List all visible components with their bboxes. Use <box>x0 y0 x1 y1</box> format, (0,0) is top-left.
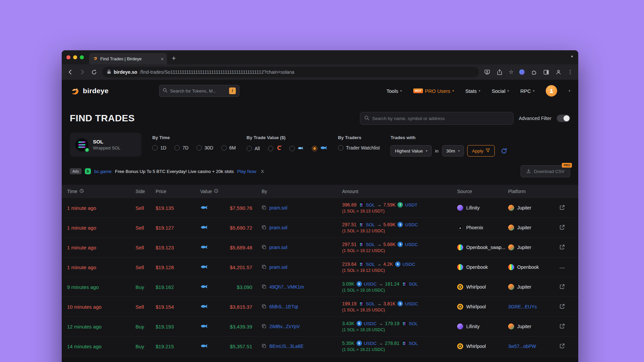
external-link-icon[interactable] <box>559 323 565 330</box>
advanced-filter-toggle[interactable] <box>557 115 570 122</box>
copy-icon[interactable] <box>262 284 266 290</box>
extension-avatar-icon[interactable] <box>519 69 525 75</box>
to-symbol[interactable]: SOL <box>409 341 418 346</box>
to-symbol[interactable]: USDT <box>405 202 417 207</box>
nav-tools[interactable]: Tools▾ <box>386 88 402 94</box>
browser-profile-icon[interactable] <box>555 69 562 75</box>
trade-actions: — <box>551 264 573 270</box>
from-symbol[interactable]: USDC <box>364 341 377 346</box>
trade-actions <box>551 244 573 251</box>
from-symbol[interactable]: USDC <box>364 282 377 287</box>
to-symbol[interactable]: SOL <box>409 282 418 287</box>
external-link-icon[interactable] <box>559 343 565 350</box>
apply-button[interactable]: Apply <box>467 145 495 157</box>
trader-address-link[interactable]: BEmUS...3La6E <box>269 344 304 349</box>
refresh-icon[interactable] <box>501 148 507 154</box>
from-symbol[interactable]: USDC <box>364 321 377 326</box>
external-link-icon[interactable] <box>559 284 565 290</box>
radio-6m[interactable]: 6M <box>221 145 236 150</box>
from-symbol[interactable]: SOL <box>366 301 375 306</box>
token-search-input[interactable]: Search for Tokens, M... / <box>159 85 239 97</box>
trader-address-link[interactable]: 2iMBv...ZxYpV <box>269 324 300 329</box>
url-path: /find-trades/So1111111111111111111111111… <box>140 69 294 75</box>
selected-token-card[interactable]: ✓ SOL Wrapped SOL <box>70 133 142 157</box>
copy-icon[interactable] <box>262 205 266 211</box>
extensions-puzzle-icon[interactable] <box>530 69 537 75</box>
maximize-window-button[interactable] <box>80 55 84 59</box>
to-symbol[interactable]: USDC <box>402 262 415 267</box>
minimize-window-button[interactable] <box>73 55 77 59</box>
from-symbol[interactable]: SOL <box>366 242 375 247</box>
ad-close-icon[interactable]: X <box>261 169 264 174</box>
to-symbol[interactable]: SOL <box>409 321 418 326</box>
copy-icon[interactable] <box>262 344 266 349</box>
platform-address-link[interactable]: 3GRE...EUYs <box>508 304 537 309</box>
external-link-icon[interactable] <box>559 244 565 251</box>
external-link-icon[interactable] <box>559 225 565 231</box>
col-time[interactable]: Time <box>67 189 136 194</box>
nav-rpc[interactable]: RPC▾ <box>520 88 534 94</box>
tab-close-icon[interactable]: × <box>161 56 164 61</box>
usdc-token-icon: $ <box>397 222 403 227</box>
trade-rate: (1 SOL = 19.12 USDC) <box>342 229 457 233</box>
forward-icon[interactable] <box>79 69 86 75</box>
advertiser-link[interactable]: bc.game <box>94 169 112 174</box>
reload-icon[interactable] <box>91 69 97 75</box>
to-symbol[interactable]: USDC <box>405 222 418 227</box>
radio-dolphin[interactable] <box>289 146 304 151</box>
copy-icon[interactable] <box>262 264 266 270</box>
radio-30d[interactable]: 30D <box>197 145 213 150</box>
copy-icon[interactable] <box>262 225 266 231</box>
ad-cta-link[interactable]: Play Now <box>237 169 256 174</box>
radio-trader-watchlist[interactable]: Trader Watchlist <box>338 145 380 150</box>
radio-7d[interactable]: 7D <box>174 145 189 150</box>
address-bar[interactable]: birdeye.so/find-trades/So111111111111111… <box>102 67 479 77</box>
external-link-icon[interactable] <box>559 205 565 211</box>
sort-select[interactable]: Highest Value▾ <box>390 145 432 157</box>
platform-address-link[interactable]: 3w57...obPW <box>508 344 536 349</box>
radio-whale[interactable] <box>312 145 327 151</box>
nav-social[interactable]: Social▾ <box>492 88 509 94</box>
radio-1d[interactable]: 1D <box>152 145 166 150</box>
info-icon[interactable] <box>214 189 218 194</box>
lock-icon <box>107 69 111 75</box>
to-symbol[interactable]: USDC <box>405 242 418 247</box>
from-symbol[interactable]: SOL <box>366 262 375 267</box>
birdeye-logo[interactable]: birdeye <box>70 86 109 96</box>
account-chevron-icon[interactable]: ▾ <box>569 89 570 93</box>
trader-address-link[interactable]: pram.sol <box>269 225 287 230</box>
bookmark-star-icon[interactable]: ☆ <box>509 69 514 75</box>
copy-icon[interactable] <box>262 245 266 250</box>
tab-title: Find Trades | Birdeye <box>100 56 158 61</box>
share-icon[interactable] <box>496 69 503 75</box>
close-window-button[interactable] <box>66 55 70 59</box>
user-avatar[interactable] <box>546 85 557 97</box>
trader-address-link[interactable]: 49Qh7...VMK1m <box>269 284 304 290</box>
tab-overflow-chevron-icon[interactable]: ▾ <box>571 54 573 59</box>
install-app-icon[interactable] <box>484 69 491 75</box>
back-icon[interactable] <box>67 69 74 75</box>
trader-address-link[interactable]: pram.sol <box>269 205 287 210</box>
from-symbol[interactable]: SOL <box>366 202 375 207</box>
find-trades-search-input[interactable]: Search by name, symbol or address <box>360 112 514 125</box>
new-tab-button[interactable]: + <box>172 54 176 62</box>
nav-pro-users[interactable]: HOT PRO Users ▾ <box>413 88 454 94</box>
to-symbol[interactable]: USDC <box>405 301 418 306</box>
side-panel-icon[interactable] <box>543 70 549 75</box>
download-csv-button[interactable]: Download CSV PRO <box>521 165 570 177</box>
trader-address-link[interactable]: pram.sol <box>269 264 287 270</box>
time-window-select[interactable]: 30m▾ <box>442 145 464 157</box>
tab-favicon-bird-icon <box>93 56 98 62</box>
radio-all[interactable]: All <box>247 146 260 151</box>
radio-shrimp[interactable] <box>268 145 281 152</box>
copy-icon[interactable] <box>262 324 266 329</box>
window-controls <box>66 50 84 64</box>
trader-address-link[interactable]: pram.sol <box>269 245 287 250</box>
browser-tab[interactable]: Find Trades | Birdeye × <box>89 53 167 64</box>
copy-icon[interactable] <box>262 304 266 310</box>
browser-menu-kebab-icon[interactable]: ⋮ <box>568 69 573 75</box>
from-symbol[interactable]: SOL <box>366 222 375 227</box>
trader-address-link[interactable]: 6fdhS...1ETqt <box>269 304 298 309</box>
external-link-icon[interactable] <box>559 304 565 310</box>
nav-stats[interactable]: Stats▾ <box>465 88 480 94</box>
